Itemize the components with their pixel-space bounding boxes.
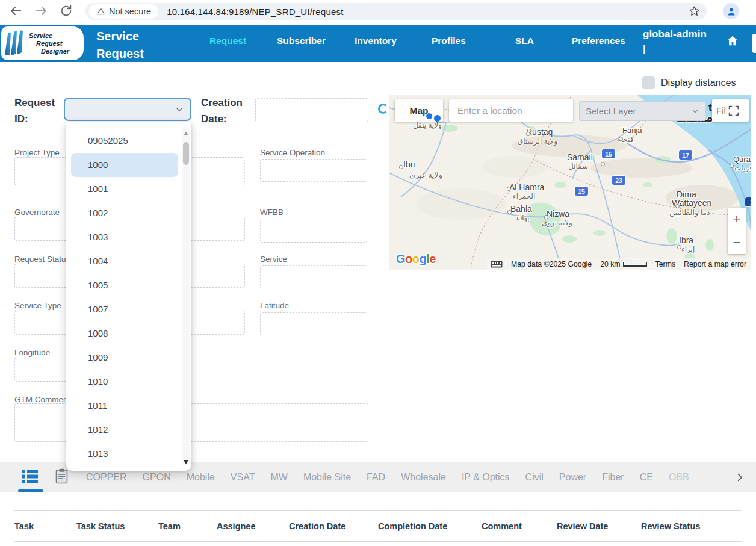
security-chip[interactable]: Not secure — [89, 4, 158, 19]
back-icon[interactable] — [8, 4, 23, 18]
request-id-option-1000[interactable]: 1000 — [71, 153, 178, 177]
tab-copper[interactable]: COPPER — [86, 472, 127, 483]
tab-fiber[interactable]: Fiber — [602, 472, 624, 483]
scrollbar-thumb[interactable] — [183, 142, 189, 165]
column-header-task[interactable]: Task — [14, 521, 76, 531]
tab-fad[interactable]: FAD — [367, 472, 385, 483]
forward-icon[interactable] — [34, 4, 49, 18]
nav-item-subscriber[interactable]: Subscriber — [277, 36, 326, 46]
city-dot — [507, 187, 511, 191]
tab-notes[interactable] — [55, 468, 68, 484]
request-id-option-1003[interactable]: 1003 — [66, 225, 191, 249]
warning-icon — [96, 7, 105, 16]
tab-gpon[interactable]: GPON — [143, 472, 171, 483]
column-header-review-date[interactable]: Review Date — [557, 521, 641, 531]
user-menu[interactable]: global-admin | — [643, 27, 707, 56]
city-dot — [677, 245, 681, 249]
google-map[interactable]: ولاية ينقلRustaqولاية الرستاقFanjaفنجاءم… — [389, 95, 751, 270]
google-logo-letter: g — [420, 252, 427, 265]
tab-mw[interactable]: MW — [270, 472, 287, 483]
request-id-option-1013[interactable]: 1013 — [66, 442, 191, 466]
column-header-task-status[interactable]: Task Status — [76, 521, 158, 531]
terms-link[interactable]: Terms — [655, 260, 675, 268]
nav-item-request[interactable]: Request — [209, 36, 246, 46]
tab-civil[interactable]: Civil — [525, 472, 544, 483]
city-dot — [675, 204, 680, 208]
service-operation-input[interactable] — [260, 159, 367, 182]
map-type-label: Map — [410, 105, 429, 116]
field-label-governorate: Governorate — [14, 208, 60, 217]
google-logo[interactable]: Google — [396, 252, 436, 266]
request-id-option-09052025[interactable]: 09052025 — [66, 129, 191, 153]
reload-icon[interactable] — [60, 4, 73, 17]
creation-date-input[interactable] — [255, 98, 368, 122]
nav-item-preferences[interactable]: Preferences — [572, 36, 625, 46]
column-header-comment[interactable]: Comment — [482, 521, 557, 531]
city-dot — [507, 210, 512, 214]
request-id-option-1002[interactable]: 1002 — [66, 201, 191, 225]
layer-select[interactable]: Select Layer — [579, 101, 706, 121]
tab-vsat[interactable]: VSAT — [231, 472, 255, 483]
tab-ce[interactable]: CE — [640, 472, 653, 483]
google-logo-letter: o — [412, 252, 420, 265]
app-logo[interactable]: Service Request Designer — [1, 26, 84, 60]
column-header-assignee[interactable]: Assignee — [217, 521, 289, 531]
report-map-error-link[interactable]: Report a map error — [684, 260, 746, 268]
url-text[interactable]: 10.164.144.84:9189/NEP_SRD_UI/request — [167, 7, 343, 17]
nav-item-sla[interactable]: SLA — [515, 36, 534, 46]
field-label-gtm-comments: GTM Comments — [14, 395, 74, 404]
request-id-option-1007[interactable]: 1007 — [66, 297, 191, 321]
request-id-select[interactable] — [64, 98, 191, 121]
map-search-box[interactable] — [449, 99, 573, 122]
request-id-option-1009[interactable]: 1009 — [66, 346, 191, 370]
latitude-input[interactable] — [260, 312, 367, 335]
zoom-out-button[interactable]: − — [728, 231, 746, 254]
city-dot — [399, 165, 403, 169]
column-header-team[interactable]: Team — [158, 521, 217, 531]
request-id-option-1005[interactable]: 1005 — [66, 273, 191, 297]
tab-mobile[interactable]: Mobile — [187, 472, 215, 483]
tabs-scroll-right-icon[interactable] — [734, 471, 745, 483]
fullscreen-button[interactable]: Fil — [712, 99, 749, 122]
column-header-completion-date[interactable]: Completion Date — [378, 521, 482, 531]
map-search-input[interactable] — [456, 105, 567, 117]
tab-obb[interactable]: OBB — [669, 472, 689, 483]
field-label-service: Service — [260, 255, 287, 264]
request-id-option-1012[interactable]: 1012 — [66, 418, 191, 442]
field-label-wfbb: WFBB — [260, 208, 284, 217]
city-dot — [601, 162, 605, 166]
column-header-creation-date[interactable]: Creation Date — [289, 521, 378, 531]
scroll-up-icon[interactable] — [184, 132, 188, 135]
google-logo-letter: o — [405, 252, 412, 265]
service-input[interactable] — [260, 265, 367, 288]
security-label: Not secure — [109, 7, 151, 16]
tab-power[interactable]: Power — [559, 472, 586, 483]
tab-mobile-site[interactable]: Mobile Site — [303, 472, 351, 483]
scroll-down-icon[interactable] — [184, 460, 188, 464]
request-id-option-1008[interactable]: 1008 — [66, 321, 191, 346]
zoom-in-button[interactable]: + — [728, 208, 746, 231]
request-id-option-1010[interactable]: 1010 — [66, 370, 191, 394]
zoom-control[interactable]: + − — [728, 208, 746, 254]
wfbb-input[interactable] — [260, 219, 367, 243]
dropdown-scrollbar[interactable] — [182, 128, 190, 466]
google-logo-letter: G — [396, 252, 405, 265]
tab-task-list[interactable] — [22, 470, 38, 483]
tab-wholesale[interactable]: Wholesale — [401, 472, 446, 483]
tab-ip-optics[interactable]: IP & Optics — [462, 472, 510, 483]
satellite-button-fragment[interactable]: t — [708, 102, 712, 114]
bookmark-star-icon[interactable] — [688, 5, 701, 17]
column-header-review-status[interactable]: Review Status — [641, 521, 742, 531]
request-id-option-1004[interactable]: 1004 — [66, 249, 191, 273]
url-bar[interactable]: Not secure 10.164.144.84:9189/NEP_SRD_UI… — [85, 3, 707, 20]
nav-item-profiles[interactable]: Profiles — [432, 36, 466, 46]
keyboard-icon[interactable] — [491, 261, 503, 268]
request-id-option-1001[interactable]: 1001 — [66, 177, 191, 201]
home-icon[interactable] — [726, 34, 739, 48]
request-id-option-1011[interactable]: 1011 — [66, 394, 191, 418]
display-distances-checkbox[interactable] — [642, 76, 655, 89]
map-type-button[interactable]: Map — [395, 99, 443, 122]
nav-item-inventory[interactable]: Inventory — [355, 36, 397, 46]
profile-avatar-icon[interactable] — [723, 3, 739, 19]
browser-chrome: Not secure 10.164.144.84:9189/NEP_SRD_UI… — [0, 0, 756, 25]
